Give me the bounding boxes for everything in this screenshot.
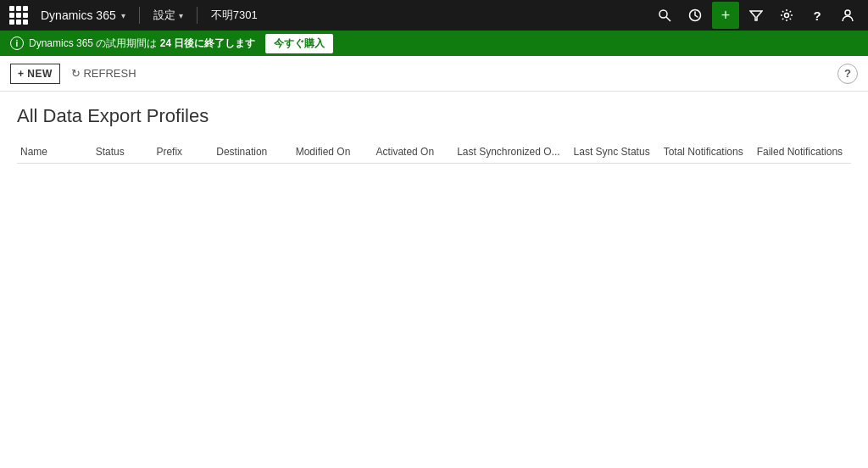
trial-info-icon: i [10,36,24,50]
table-body [17,164,851,418]
col-header-destination: Destination [209,141,288,164]
search-icon-btn[interactable] [651,2,678,29]
history-icon [688,8,702,22]
col-header-activated-on: Activated On [369,141,450,164]
user-icon-btn[interactable] [834,2,861,29]
trial-buy-button[interactable]: 今すぐ購入 [265,34,333,53]
filter-icon [749,8,763,22]
trial-banner: i Dynamics 365 の試用期間は 24 日後に終了します 今すぐ購入 [0,31,868,56]
gear-icon [780,8,793,22]
col-header-status: Status [89,141,150,164]
svg-point-4 [785,14,789,18]
apps-grid-dots [9,6,28,25]
trial-text-prefix: Dynamics 365 の試用期間は [29,37,157,49]
new-button[interactable]: + NEW [10,64,60,84]
col-header-name: Name [17,141,89,164]
filter-icon-btn[interactable] [743,2,770,29]
gear-icon-btn[interactable] [773,2,800,29]
page-content: All Data Export Profiles Name Status Pre… [0,92,868,432]
col-header-prefix: Prefix [149,141,209,164]
user-label: 不明7301 [211,8,258,23]
table-header: Name Status Prefix Destination Modified … [17,141,851,164]
svg-line-1 [666,17,670,21]
svg-point-5 [845,10,850,15]
apps-grid-icon[interactable] [7,3,31,27]
topbar-divider-2 [197,7,198,24]
settings-nav-item[interactable]: 設定 ▾ [147,0,190,31]
toolbar: + NEW ↻ REFRESH ? [0,56,868,92]
help-icon-btn[interactable]: ? [804,2,831,29]
col-header-total-notif: Total Notifications [657,141,750,164]
user-icon [841,8,854,22]
settings-nav-chevron: ▾ [179,11,183,20]
svg-point-0 [659,10,667,18]
svg-marker-3 [750,11,762,20]
user-nav-item[interactable]: 不明7301 [204,8,264,23]
plus-icon: + [721,7,731,25]
info-icon-label: i [16,39,19,48]
settings-nav-label: 設定 [153,8,175,23]
search-icon [658,8,671,22]
history-icon-btn[interactable] [682,2,709,29]
brand-menu[interactable]: Dynamics 365 ▾ [34,8,132,22]
empty-rows [17,164,851,418]
col-header-sync-status: Last Sync Status [567,141,657,164]
col-header-modified-on: Modified On [289,141,370,164]
help-button[interactable]: ? [837,64,858,84]
topbar: Dynamics 365 ▾ 設定 ▾ 不明7301 + [0,0,868,31]
table-header-row: Name Status Prefix Destination Modified … [17,141,851,164]
topbar-divider-1 [139,7,140,24]
page-title: All Data Export Profiles [17,105,851,127]
refresh-button[interactable]: ↻ REFRESH [64,63,144,84]
brand-chevron: ▾ [121,11,125,20]
trial-banner-info: i Dynamics 365 の試用期間は 24 日後に終了します [10,36,255,51]
help-icon: ? [813,8,821,23]
data-table: Name Status Prefix Destination Modified … [17,141,851,418]
trial-text-days: 24 日後に終了します [160,37,256,49]
empty-cell [17,164,851,418]
trial-text: Dynamics 365 の試用期間は 24 日後に終了します [29,36,255,51]
col-header-failed-notif: Failed Notifications [750,141,851,164]
plus-icon-btn[interactable]: + [712,2,739,29]
col-header-last-sync-on: Last Synchronized O... [450,141,566,164]
brand-label: Dynamics 365 [41,8,116,22]
